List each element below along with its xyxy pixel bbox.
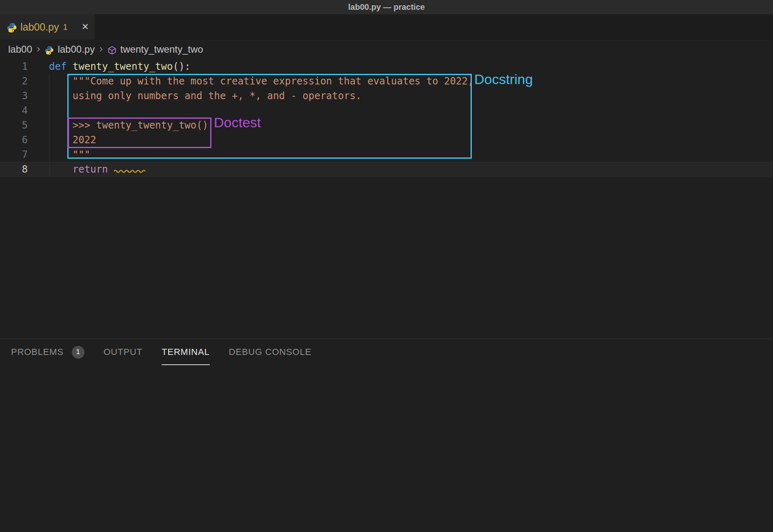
breadcrumb: lab00 › lab00.py › twenty_twenty_two [0, 40, 773, 59]
line-number: 1 [0, 59, 28, 74]
chevron-right-icon: › [98, 42, 104, 57]
editor-tab-bar: lab00.py 1 ✕ [0, 14, 773, 40]
code-text: def twenty_twenty_two(): [28, 59, 191, 74]
code-line-3[interactable]: 3 using only numbers and the +, *, and -… [0, 89, 773, 103]
docstring-text: """Come up with the most creative expres… [49, 75, 473, 87]
warning-squiggle-underline [114, 169, 148, 173]
line-number: 3 [0, 89, 28, 103]
tab-terminal-label: TERMINAL [162, 347, 210, 357]
window-title: lab00.py — practice [348, 2, 425, 12]
code-text: """Come up with the most creative expres… [28, 74, 473, 89]
code-text: >>> twenty_twenty_two() [28, 118, 208, 133]
problems-count-badge: 1 [72, 346, 84, 359]
code-text: 2022 [28, 133, 96, 147]
code-line-5[interactable]: 5 >>> twenty_twenty_two() [0, 118, 773, 133]
code-text: """ [28, 147, 90, 162]
close-tab-icon[interactable]: ✕ [82, 22, 89, 32]
tab-problems-label: PROBLEMS [11, 347, 64, 357]
code-line-8[interactable]: 8 return [0, 162, 773, 177]
tab-problems[interactable]: PROBLEMS 1 [11, 339, 84, 365]
doctest-call: >>> twenty_twenty_two() [49, 120, 208, 131]
tab-terminal[interactable]: TERMINAL [162, 339, 210, 365]
keyword-return: return [49, 164, 114, 175]
breadcrumb-item-lab00[interactable]: lab00 [8, 44, 32, 55]
code-line-7[interactable]: 7 """ [0, 147, 773, 162]
symbol-namespace-icon [107, 46, 117, 55]
code-text: using only numbers and the +, *, and - o… [28, 89, 362, 103]
panel-tab-bar: PROBLEMS 1 OUTPUT TERMINAL DEBUG CONSOLE [0, 339, 773, 365]
breadcrumb-item-symbol[interactable]: twenty_twenty_two [120, 44, 203, 55]
vscode-window: lab00.py — practice lab00.py 1 ✕ lab00 ›… [0, 0, 773, 532]
tab-output-label: OUTPUT [104, 347, 142, 357]
breadcrumb-item-lab00py[interactable]: lab00.py [58, 44, 95, 55]
python-icon [7, 22, 17, 33]
tab-filename: lab00.py [20, 21, 59, 33]
code-line-6[interactable]: 6 2022 [0, 133, 773, 147]
code-text: return [28, 162, 148, 177]
code-editor[interactable]: 1 def twenty_twenty_two(): 2 """Come up … [0, 59, 773, 177]
window-titlebar: lab00.py — practice [0, 0, 773, 14]
doctest-expected: 2022 [49, 134, 96, 146]
tab-debug-console-label: DEBUG CONSOLE [229, 347, 311, 357]
docstring-close: """ [49, 149, 90, 160]
tab-lab00py[interactable]: lab00.py 1 ✕ [0, 14, 95, 40]
tab-output[interactable]: OUTPUT [104, 339, 142, 365]
punctuation: (): [173, 61, 190, 72]
code-line-1[interactable]: 1 def twenty_twenty_two(): [0, 59, 773, 74]
function-name: twenty_twenty_two [73, 61, 173, 72]
indent-guide-line [49, 74, 49, 176]
code-line-4[interactable]: 4 [0, 103, 773, 118]
tab-debug-console[interactable]: DEBUG CONSOLE [229, 339, 311, 365]
line-number: 7 [0, 147, 28, 162]
chevron-right-icon: › [36, 42, 41, 57]
code-text [28, 103, 49, 118]
keyword-def: def [49, 61, 73, 72]
line-number: 5 [0, 118, 28, 133]
code-line-2[interactable]: 2 """Come up with the most creative expr… [0, 74, 773, 89]
bottom-panel: PROBLEMS 1 OUTPUT TERMINAL DEBUG CONSOLE… [0, 339, 773, 532]
docstring-text: using only numbers and the +, *, and - o… [49, 90, 362, 102]
line-number: 6 [0, 133, 28, 147]
tab-problems-count: 1 [63, 22, 68, 32]
line-number: 8 [0, 162, 28, 177]
python-icon [44, 46, 54, 55]
line-number: 2 [0, 74, 28, 89]
line-number: 4 [0, 103, 28, 118]
